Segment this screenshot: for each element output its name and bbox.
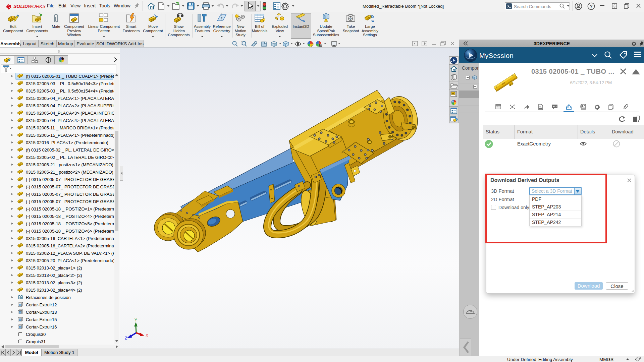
svg-text:?: ? [590,4,593,9]
svg-text:X: X [146,333,148,338]
svg-text:Y: Y [135,318,137,322]
svg-text:!: ! [326,20,327,23]
svg-text:Z: Z [125,336,127,341]
